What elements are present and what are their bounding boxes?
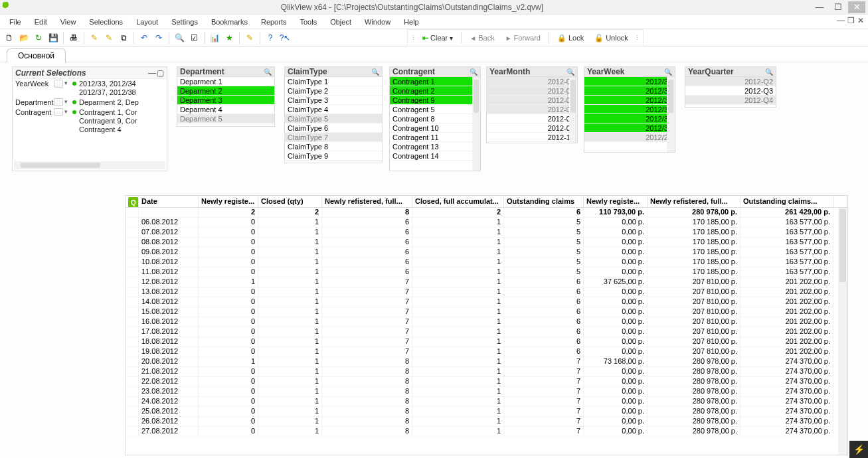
dropdown-icon[interactable]: ▾ (64, 80, 71, 86)
open-icon[interactable]: 📂 (17, 31, 31, 44)
column-header[interactable]: Newly registe... (199, 196, 258, 207)
table-row[interactable]: 15.08.2012017160,00 р.207 810,00 р.201 2… (126, 307, 847, 317)
tray-icon[interactable]: ⚡ (849, 441, 868, 458)
list-item[interactable]: 2012-Q3 (685, 86, 776, 96)
list-item[interactable]: Contragent 13 (390, 142, 480, 151)
menu-tools[interactable]: Tools (293, 17, 323, 27)
list-item[interactable]: 2012/36 (584, 105, 675, 114)
list-item[interactable]: ClaimType 9 (285, 151, 382, 161)
listbox-yearquarter[interactable]: YearQuarter🔍2012-Q22012-Q32012-Q4 (685, 66, 776, 108)
notes-icon[interactable]: ✎ (243, 31, 256, 44)
redo-icon[interactable]: ↷ (152, 31, 165, 44)
list-item[interactable]: Deparment 3 (177, 96, 274, 105)
dropdown-icon[interactable]: ▾ (450, 35, 453, 42)
list-item[interactable]: Contragent 11 (390, 133, 480, 142)
search-icon[interactable]: 🔍 (264, 68, 272, 76)
dropdown-icon[interactable]: ▾ (64, 98, 71, 105)
close-button[interactable]: ✕ (848, 1, 865, 13)
list-item[interactable]: 2012-10 (487, 133, 577, 142)
lock-button[interactable]: 🔒 Lock (553, 31, 588, 44)
list-item[interactable]: 2012-07 (487, 105, 577, 114)
list-item[interactable]: 2012/37 (584, 114, 675, 123)
outstanding-claims-table[interactable]: Q▾DateNewly registe...Closed (qty)Newly … (125, 195, 848, 455)
listbox-scrollbar[interactable] (667, 77, 675, 152)
table-row[interactable]: 23.08.2012018170,00 р.280 978,00 р.274 3… (126, 387, 847, 397)
whatsthis-icon[interactable]: ?↖ (278, 31, 292, 44)
list-item[interactable]: Contragent 2 (390, 86, 480, 96)
table-row[interactable]: 18.08.2012017160,00 р.207 810,00 р.201 2… (126, 337, 847, 347)
menu-view[interactable]: View (54, 17, 83, 27)
menu-selections[interactable]: Selections (82, 17, 130, 27)
list-item[interactable]: 2012/33 (584, 77, 675, 86)
menu-window[interactable]: Window (358, 17, 397, 27)
table-viewer-icon[interactable]: ⧉ (117, 31, 130, 44)
list-item[interactable]: 2012/35 (584, 96, 675, 105)
column-header[interactable]: Closed (qty) (258, 196, 322, 207)
list-item[interactable]: Deparment 5 (177, 114, 274, 123)
add-bookmark-icon[interactable]: ★ (222, 31, 236, 44)
mdi-close-button[interactable]: ✕ (857, 16, 864, 25)
save-icon[interactable]: 💾 (46, 31, 60, 44)
menu-object[interactable]: Object (323, 17, 358, 27)
table-row[interactable]: 26.08.2012018170,00 р.280 978,00 р.274 3… (126, 417, 847, 427)
list-item[interactable]: 2012-04 (487, 77, 577, 86)
table-row[interactable]: 19.08.2012017160,00 р.207 810,00 р.201 2… (126, 347, 847, 357)
menu-help[interactable]: Help (397, 17, 426, 27)
column-header[interactable]: Outstanding claims... (740, 196, 833, 207)
chart-menu-button[interactable]: Q▾ (126, 196, 139, 207)
list-item[interactable]: Contragent 8 (390, 114, 480, 123)
table-row[interactable]: 16.08.2012017160,00 р.207 810,00 р.201 2… (126, 317, 847, 327)
column-header[interactable]: Newly refistered, full... (648, 196, 740, 207)
mdi-minimize-button[interactable]: — (837, 16, 845, 25)
clear-button[interactable]: ⇤ Clear ▾ (418, 31, 458, 44)
table-row[interactable]: 22826110 793,00 р.280 978,00 р.261 429,0… (126, 208, 847, 218)
list-item[interactable]: ClaimType 4 (285, 105, 382, 114)
sheet-tab[interactable]: Основной (7, 48, 66, 63)
list-item[interactable]: ClaimType 1 (285, 77, 382, 86)
list-item[interactable]: 2012-05 (487, 86, 577, 96)
search-icon[interactable]: 🔍 (173, 31, 186, 44)
table-row[interactable]: 13.08.2012017160,00 р.207 810,00 р.201 2… (126, 287, 847, 297)
search-icon[interactable]: 🔍 (470, 68, 477, 76)
list-item[interactable]: Contragent 5 (390, 105, 480, 114)
table-row[interactable]: 08.08.2012016150,00 р.170 185,00 р.163 5… (126, 238, 847, 248)
menu-reports[interactable]: Reports (254, 17, 294, 27)
clear-selection-icon[interactable] (54, 80, 63, 88)
table-row[interactable]: 12.08.20121171637 625,00 р.207 810,00 р.… (126, 277, 847, 287)
search-icon[interactable]: 🔍 (664, 68, 672, 76)
list-item[interactable]: 2012/34 (584, 86, 675, 96)
search-icon[interactable]: 🔍 (765, 68, 773, 76)
current-selections-icon[interactable]: ☑ (187, 31, 201, 44)
new-doc-icon[interactable]: 🗋 (3, 31, 16, 44)
current-selections-box[interactable]: Current Selections — ▢ YearWeek ▾ 2012/3… (12, 66, 167, 171)
mdi-restore-button[interactable]: ❐ (847, 16, 855, 25)
list-item[interactable]: Contragent 1 (390, 77, 480, 86)
clear-selection-icon[interactable] (54, 98, 63, 106)
table-row[interactable]: 27.08.2012018170,00 р.280 978,00 р.274 3… (126, 427, 847, 437)
menu-bookmarks[interactable]: Bookmarks (205, 17, 254, 27)
table-row[interactable]: 22.08.2012018170,00 р.280 978,00 р.274 3… (126, 377, 847, 387)
list-item[interactable]: 2012-08 (487, 114, 577, 123)
table-row[interactable]: 20.08.20121181773 168,00 р.280 978,00 р.… (126, 357, 847, 367)
minimize-button[interactable]: — (811, 1, 828, 13)
table-row[interactable]: 07.08.2012016150,00 р.170 185,00 р.163 5… (126, 228, 847, 238)
list-item[interactable]: Contragent 10 (390, 123, 480, 133)
listbox-scrollbar[interactable] (569, 77, 577, 143)
quick-chart-icon[interactable]: 📊 (208, 31, 221, 44)
menu-edit[interactable]: Edit (28, 17, 54, 27)
dropdown-icon[interactable]: ▾ (64, 108, 71, 115)
column-header[interactable]: Outstanding claims (504, 196, 584, 207)
list-item[interactable]: ClaimType 6 (285, 123, 382, 133)
list-item[interactable]: ClaimType 5 (285, 114, 382, 123)
list-item[interactable]: 2012/38 (584, 123, 675, 133)
table-row[interactable]: 10.08.2012016150,00 р.170 185,00 р.163 5… (126, 258, 847, 267)
list-item[interactable]: ClaimType 3 (285, 96, 382, 105)
undo-icon[interactable]: ↶ (137, 31, 151, 44)
maximize-icon[interactable]: ▢ (156, 68, 164, 78)
menu-layout[interactable]: Layout (130, 17, 165, 27)
horizontal-scrollbar[interactable] (14, 161, 165, 169)
menu-file[interactable]: File (3, 17, 28, 27)
table-row[interactable]: 11.08.2012016150,00 р.170 185,00 р.163 5… (126, 267, 847, 277)
list-item[interactable]: 2012/21 (584, 133, 675, 142)
listbox-claimtype[interactable]: ClaimType🔍ClaimType 1ClaimType 2ClaimTyp… (284, 66, 383, 163)
